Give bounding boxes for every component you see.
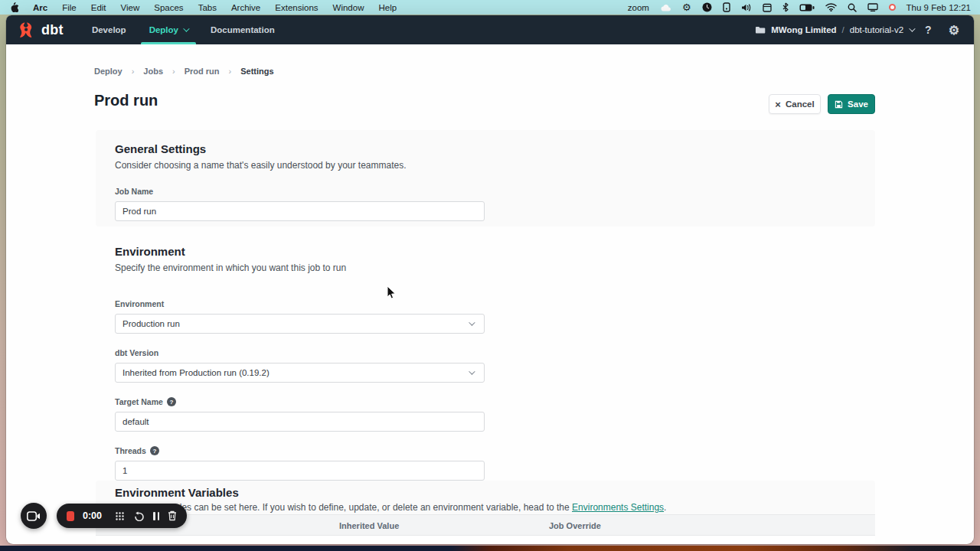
column-job-override: Job Override [549, 521, 601, 530]
dbt-logo-icon [17, 20, 37, 40]
folder-icon [755, 26, 766, 34]
account-project-switcher[interactable]: MWong Limited / dbt-tutorial-v2 [755, 25, 913, 34]
pause-recording-icon[interactable] [153, 512, 159, 520]
env-vars-table-row [96, 536, 875, 544]
nav-link-documentation[interactable]: Documentation [199, 15, 286, 44]
target-name-label: Target Name ? [115, 397, 858, 406]
menubar-item-window[interactable]: Window [333, 3, 364, 12]
dbt-brand-text: dbt [41, 22, 64, 38]
help-button[interactable]: ? [920, 24, 937, 36]
menubar-item-tabs[interactable]: Tabs [198, 3, 217, 12]
close-icon: × [775, 99, 781, 109]
account-name: MWong Limited [771, 25, 836, 34]
chevron-down-icon [183, 25, 189, 31]
menubar-item-view[interactable]: View [121, 3, 140, 12]
volume-status-icon[interactable] [741, 3, 752, 12]
breadcrumb-prod-run[interactable]: Prod run [185, 67, 220, 76]
apple-menu-icon[interactable] [9, 2, 18, 14]
breadcrumb-separator: › [229, 67, 232, 76]
delete-recording-icon[interactable] [168, 510, 177, 521]
menubar-clock[interactable]: Thu 9 Feb 12:21 [906, 3, 971, 12]
recording-timer: 0:00 [83, 510, 102, 521]
dbt-navbar: dbt Develop Deploy Documentation MWong L… [6, 15, 974, 44]
video-camera-icon [27, 511, 41, 521]
breadcrumb-settings: Settings [240, 67, 273, 76]
calendar-status-icon[interactable] [763, 3, 772, 12]
environment-select-label: Environment [115, 299, 858, 308]
general-settings-heading: General Settings [115, 142, 856, 155]
chevron-down-icon [469, 319, 475, 325]
app-box-icon[interactable] [723, 2, 730, 12]
save-icon [835, 100, 843, 109]
environment-variables-description: Job level overrides can be set here. If … [115, 502, 856, 513]
menubar-item-extensions[interactable]: Extensions [275, 3, 318, 12]
environment-description: Specify the environment in which you wan… [115, 262, 858, 273]
environment-heading: Environment [115, 245, 858, 258]
dbt-version-label: dbt Version [115, 348, 858, 357]
threads-label: Threads ? [115, 446, 858, 455]
battery-status-icon[interactable] [799, 4, 815, 11]
job-name-input[interactable] [115, 201, 485, 221]
zoom-menu-item[interactable]: zoom [628, 3, 649, 12]
environment-select[interactable]: Production run [115, 314, 485, 334]
breadcrumb-deploy[interactable]: Deploy [94, 67, 122, 76]
help-tooltip-icon[interactable]: ? [167, 397, 176, 406]
environments-settings-link[interactable]: Environments Settings [572, 502, 664, 513]
restart-recording-icon[interactable] [133, 511, 145, 521]
camera-button[interactable] [21, 503, 47, 529]
save-button[interactable]: Save [828, 94, 875, 114]
target-name-input[interactable] [115, 412, 485, 432]
menubar-item-spaces[interactable]: Spaces [154, 3, 183, 12]
chevron-down-icon [909, 25, 915, 31]
nav-link-develop[interactable]: Develop [80, 15, 138, 44]
menubar-app-name[interactable]: Arc [33, 3, 47, 12]
recording-toolbar: 0:00 [57, 504, 187, 528]
menubar-item-archive[interactable]: Archive [231, 3, 260, 12]
project-name: dbt-tutorial-v2 [850, 25, 903, 34]
dbt-version-select[interactable]: Inherited from Production run (0.19.2) [115, 363, 485, 383]
spotlight-search-icon[interactable] [848, 3, 857, 12]
menubar-item-file[interactable]: File [62, 3, 77, 12]
stop-recording-button[interactable] [67, 511, 74, 521]
breadcrumb-separator: › [172, 67, 175, 76]
menubar-item-help[interactable]: Help [378, 3, 397, 12]
macos-menubar: Arc File Edit View Spaces Tabs Archive E… [0, 0, 980, 15]
cloud-status-icon[interactable] [660, 4, 671, 11]
environment-variables-section: Environment Variables Job level override… [96, 481, 875, 544]
desktop-wallpaper-strip [0, 546, 980, 551]
gear-icon[interactable]: ⚙ [943, 23, 965, 37]
drag-handle-icon[interactable] [115, 511, 125, 521]
settings-status-icon[interactable]: ⚙ [682, 2, 691, 12]
dbt-logo[interactable]: dbt [15, 15, 70, 44]
column-inherited-value: Inherited Value [339, 521, 399, 530]
screen-mirroring-icon[interactable] [867, 3, 878, 11]
menubar-item-edit[interactable]: Edit [91, 3, 106, 12]
breadcrumb-jobs[interactable]: Jobs [143, 67, 163, 76]
job-name-label: Job Name [115, 187, 856, 196]
bluetooth-status-icon[interactable] [782, 2, 789, 12]
account-separator: / [842, 25, 844, 34]
recording-indicator-icon[interactable] [889, 4, 896, 11]
general-settings-description: Consider choosing a name that's easily u… [115, 160, 856, 171]
clock-app-icon[interactable] [702, 2, 712, 12]
help-tooltip-icon[interactable]: ? [150, 446, 159, 455]
breadcrumb: Deploy › Jobs › Prod run › Settings [94, 67, 274, 76]
environment-variables-heading: Environment Variables [115, 486, 856, 499]
browser-window: dbt Develop Deploy Documentation MWong L… [6, 15, 974, 544]
wifi-status-icon[interactable] [825, 3, 837, 11]
general-settings-section: General Settings Consider choosing a nam… [96, 130, 875, 227]
env-vars-table-header: Inherited Value Job Override [96, 514, 875, 536]
cancel-button[interactable]: × Cancel [769, 94, 821, 114]
environment-section: Environment Specify the environment in w… [115, 245, 858, 481]
threads-input[interactable] [115, 461, 485, 481]
chevron-down-icon [469, 368, 475, 374]
page-title: Prod run [94, 92, 158, 109]
nav-link-deploy[interactable]: Deploy [138, 15, 199, 44]
breadcrumb-separator: › [132, 67, 135, 76]
